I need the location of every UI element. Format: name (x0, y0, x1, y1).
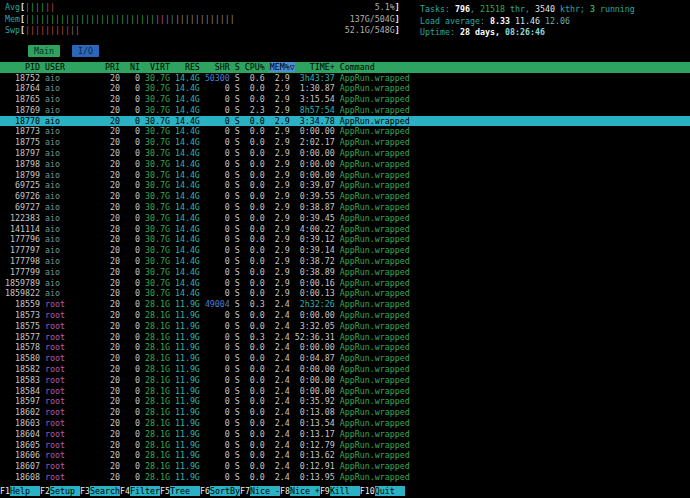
column-header-time[interactable]: TIME+ (295, 62, 335, 72)
cell-mem: 2.9 (265, 73, 290, 83)
process-row[interactable]: 18769 aio 20 0 30.7G 14.4G 0 S 2.3 2.9 8… (0, 105, 690, 116)
process-row[interactable]: 18775 aio 20 0 30.7G 14.4G 0 S 0.0 2.9 2… (0, 137, 690, 148)
cell-res: 14.4G (175, 278, 200, 288)
process-row[interactable]: 69727 aio 20 0 30.7G 14.4G 0 S 0.0 2.9 0… (0, 202, 690, 213)
process-row[interactable]: 18799 aio 20 0 30.7G 14.4G 0 S 0.0 2.9 0… (0, 170, 690, 181)
process-row[interactable]: 18797 aio 20 0 30.7G 14.4G 0 S 0.0 2.9 0… (0, 148, 690, 159)
process-row[interactable]: 18582 root 20 0 28.1G 11.9G 0 S 0.0 2.4 … (0, 364, 690, 375)
fkey-quit[interactable]: Quit (375, 486, 405, 496)
process-row[interactable]: 18577 root 20 0 28.1G 11.9G 0 S 0.3 2.4 … (0, 332, 690, 343)
cell-mem: 2.4 (265, 472, 290, 482)
cell-pid: 18577 (5, 332, 40, 342)
column-header-pid[interactable]: PID (5, 62, 40, 72)
cell-cpu: 0.0 (240, 472, 265, 482)
process-row[interactable]: 177799 aio 20 0 30.7G 14.4G 0 S 0.0 2.9 … (0, 267, 690, 278)
column-header-ni[interactable]: NI (120, 62, 140, 72)
column-header-virt[interactable]: VIRT (145, 62, 170, 72)
fkey-nice-key[interactable]: F7 (240, 486, 250, 496)
cell-time: 0:13.54 (290, 418, 335, 428)
process-table[interactable]: 18752 aio 20 0 30.7G 14.4G 50300 S 0.6 2… (0, 73, 690, 483)
column-header-res[interactable]: RES (175, 62, 200, 72)
fkey-nice[interactable]: Nice - (250, 486, 280, 496)
cell-res: 11.9G (175, 353, 200, 363)
process-row[interactable]: 18578 root 20 0 28.1G 11.9G 0 S 0.0 2.4 … (0, 342, 690, 353)
fkey-sortby[interactable]: SortBy (210, 486, 240, 496)
fkey-filter-key[interactable]: F4 (120, 486, 130, 496)
cell-cpu: 0.0 (240, 234, 265, 244)
tab-main[interactable]: Main (28, 45, 60, 57)
fkey-help[interactable]: Help (10, 486, 40, 496)
cell-state: S (230, 116, 240, 126)
process-row[interactable]: 18765 aio 20 0 30.7G 14.4G 0 S 0.0 2.9 3… (0, 94, 690, 105)
fkey-sortby-key[interactable]: F6 (200, 486, 210, 496)
fkey-quit-key[interactable]: F10 (360, 486, 375, 496)
fkey-filter[interactable]: Filter (130, 486, 160, 496)
process-row[interactable]: 18603 root 20 0 28.1G 11.9G 0 S 0.0 2.4 … (0, 418, 690, 429)
process-row[interactable]: 18607 root 20 0 28.1G 11.9G 0 S 0.0 2.4 … (0, 461, 690, 472)
process-row[interactable]: 18798 aio 20 0 30.7G 14.4G 0 S 0.0 2.9 0… (0, 159, 690, 170)
fkey-search[interactable]: Search (90, 486, 120, 496)
process-row[interactable]: 18605 root 20 0 28.1G 11.9G 0 S 0.0 2.4 … (0, 440, 690, 451)
process-row[interactable]: 18559 root 20 0 28.1G 11.9G 49004 S 0.3 … (0, 299, 690, 310)
cell-time: 2:02.17 (290, 137, 335, 147)
column-header-user[interactable]: USER (45, 62, 105, 72)
cell-command: AppRun.wrapped (340, 116, 410, 126)
process-row[interactable]: 18752 aio 20 0 30.7G 14.4G 50300 S 0.6 2… (0, 73, 690, 84)
cell-user: root (45, 321, 105, 331)
process-row[interactable]: 122383 aio 20 0 30.7G 14.4G 0 S 0.0 2.9 … (0, 213, 690, 224)
fkey-setup-key[interactable]: F2 (40, 486, 50, 496)
process-row[interactable]: 18583 root 20 0 28.1G 11.9G 0 S 0.0 2.4 … (0, 375, 690, 386)
process-row[interactable]: 18580 root 20 0 28.1G 11.9G 0 S 0.0 2.4 … (0, 353, 690, 364)
cpu-avg-meter-label: Avg (5, 2, 20, 12)
cell-cpu: 0.3 (240, 299, 265, 309)
process-row[interactable]: 18773 aio 20 0 30.7G 14.4G 0 S 0.0 2.9 0… (0, 126, 690, 137)
fkey-search-key[interactable]: F3 (80, 486, 90, 496)
process-row[interactable]: 18602 root 20 0 28.1G 11.9G 0 S 0.0 2.4 … (0, 407, 690, 418)
tab-io[interactable]: I/O (72, 45, 99, 57)
fkey-kill[interactable]: Kill (330, 486, 360, 496)
cell-state: S (230, 321, 240, 331)
column-header-cpu[interactable]: CPU% (240, 62, 265, 72)
cell-pid: 69725 (5, 180, 40, 190)
cell-res: 14.4G (175, 234, 200, 244)
cell-state: S (230, 332, 240, 342)
process-row[interactable]: 18606 root 20 0 28.1G 11.9G 0 S 0.0 2.4 … (0, 450, 690, 461)
column-header-pri[interactable]: PRI (105, 62, 120, 72)
column-header-mem-sorted[interactable]: MEM%▽ (270, 62, 295, 72)
process-row[interactable]: 177796 aio 20 0 30.7G 14.4G 0 S 0.0 2.9 … (0, 234, 690, 245)
process-row[interactable]: 69726 aio 20 0 30.7G 14.4G 0 S 0.0 2.9 0… (0, 191, 690, 202)
fkey-tree[interactable]: Tree (170, 486, 200, 496)
process-row[interactable]: 18608 root 20 0 28.1G 11.9G 0 S 0.0 2.4 … (0, 472, 690, 483)
process-row[interactable]: 141114 aio 20 0 30.7G 14.4G 0 S 0.0 2.9 … (0, 224, 690, 235)
process-row[interactable]: 18604 root 20 0 28.1G 11.9G 0 S 0.0 2.4 … (0, 429, 690, 440)
cell-command: AppRun.wrapped (340, 224, 410, 234)
cell-user: root (45, 375, 105, 385)
fkey-help-key[interactable]: F1 (0, 486, 10, 496)
cell-res: 14.4G (175, 105, 200, 115)
process-row[interactable]: 69725 aio 20 0 30.7G 14.4G 0 S 0.0 2.9 0… (0, 180, 690, 191)
process-row[interactable]: 177798 aio 20 0 30.7G 14.4G 0 S 0.0 2.9 … (0, 256, 690, 267)
process-row[interactable]: 18764 aio 20 0 30.7G 14.4G 0 S 0.0 2.9 1… (0, 83, 690, 94)
process-row[interactable]: 18597 root 20 0 28.1G 11.9G 0 S 0.0 2.4 … (0, 396, 690, 407)
cell-pid: 18575 (5, 321, 40, 331)
cell-res: 14.4G (175, 137, 200, 147)
fkey-kill-key[interactable]: F9 (320, 486, 330, 496)
cell-state: S (230, 224, 240, 234)
fkey-setup[interactable]: Setup (50, 486, 80, 496)
process-row[interactable]: 18770 aio 20 0 30.7G 14.4G 0 S 0.0 2.9 3… (0, 116, 690, 127)
column-header-state[interactable]: S (230, 62, 240, 72)
cell-mem: 2.9 (265, 245, 290, 255)
cell-mem: 2.9 (265, 148, 290, 158)
process-row[interactable]: 18575 root 20 0 28.1G 11.9G 0 S 0.0 2.4 … (0, 321, 690, 332)
column-header-shr[interactable]: SHR (205, 62, 230, 72)
fkey-nice-key[interactable]: F8 (280, 486, 290, 496)
cell-virt: 28.1G (145, 353, 170, 363)
column-header-command[interactable]: Command (340, 62, 375, 72)
process-row[interactable]: 1859822 aio 20 0 30.7G 14.4G 0 S 0.0 2.9… (0, 288, 690, 299)
fkey-nice[interactable]: Nice + (290, 486, 320, 496)
process-row[interactable]: 18584 root 20 0 28.1G 11.9G 0 S 0.0 2.4 … (0, 386, 690, 397)
fkey-tree-key[interactable]: F5 (160, 486, 170, 496)
process-row[interactable]: 177797 aio 20 0 30.7G 14.4G 0 S 0.0 2.9 … (0, 245, 690, 256)
process-row[interactable]: 1859789 aio 20 0 30.7G 14.4G 0 S 0.0 2.9… (0, 278, 690, 289)
process-row[interactable]: 18573 root 20 0 28.1G 11.9G 0 S 0.0 2.4 … (0, 310, 690, 321)
